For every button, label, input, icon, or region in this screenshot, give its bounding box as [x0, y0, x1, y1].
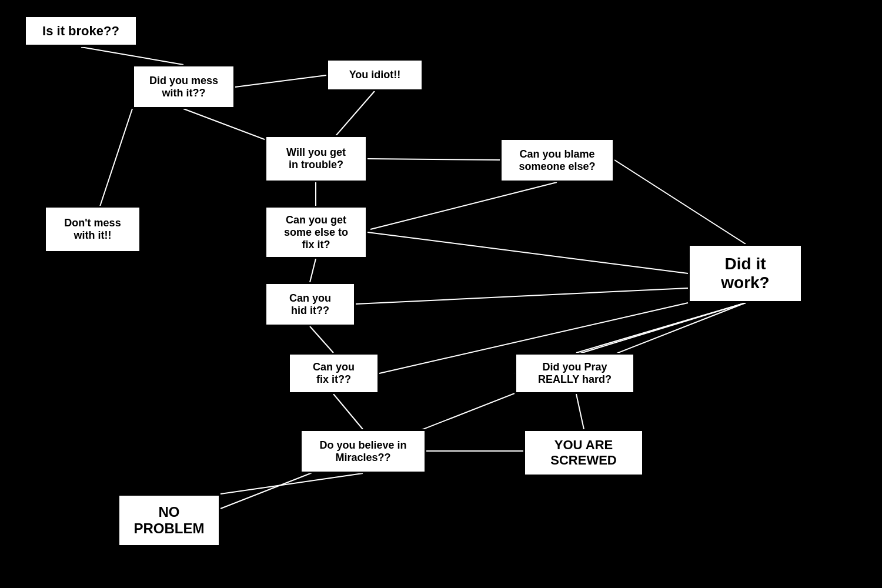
- svg-line-4: [368, 159, 500, 160]
- svg-line-14: [220, 473, 363, 494]
- do-you-believe-box: Do you believe inMiracles??: [300, 429, 426, 473]
- svg-line-19: [576, 394, 584, 429]
- svg-line-17: [576, 303, 746, 353]
- svg-line-13: [333, 394, 363, 429]
- flowchart: Is it broke?? Did you messwith it?? You …: [0, 0, 882, 588]
- can-you-fix-box: Can youfix it??: [288, 353, 379, 394]
- you-idiot-box: You idiot!!: [326, 59, 423, 91]
- title-box: Is it broke??: [24, 15, 138, 47]
- did-it-work-box: Did itwork?: [688, 244, 803, 303]
- did-you-mess-box: Did you messwith it??: [132, 65, 235, 109]
- svg-line-7: [370, 182, 557, 229]
- will-you-trouble-box: Will you getin trouble?: [265, 135, 368, 182]
- svg-line-16: [220, 303, 746, 509]
- dont-mess-box: Don't messwith it!!: [44, 206, 141, 253]
- svg-line-9: [310, 259, 316, 282]
- svg-line-1: [235, 75, 326, 87]
- svg-line-6: [614, 160, 746, 244]
- you-are-screwed-box: YOU ARESCREWED: [523, 429, 644, 476]
- svg-line-11: [310, 326, 333, 353]
- did-you-pray-box: Did you PrayREALLY hard?: [514, 353, 635, 394]
- can-you-hid-box: Can youhid it??: [265, 282, 356, 326]
- can-you-blame-box: Can you blamesomeone else?: [500, 138, 614, 182]
- can-someone-fix-box: Can you getsome else tofix it?: [265, 206, 368, 259]
- svg-line-10: [356, 288, 688, 304]
- svg-line-0: [81, 47, 183, 65]
- svg-line-8: [368, 232, 688, 273]
- no-problem-box: NOPROBLEM: [118, 494, 220, 547]
